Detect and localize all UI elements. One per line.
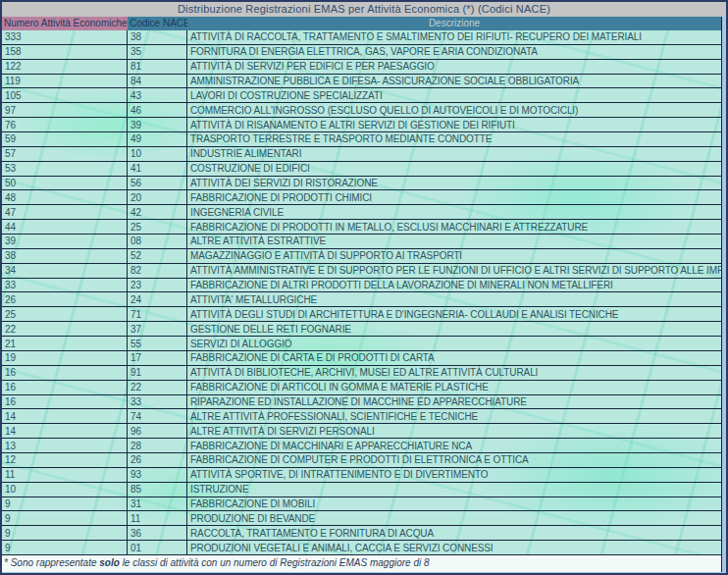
- nace-code-cell: 49: [128, 132, 187, 146]
- table-row: 5341COSTRUZIONE DI EDIFICI: [2, 162, 721, 177]
- description-cell: INGEGNERIA CIVILE: [187, 205, 721, 219]
- table-row: 3482ATTIVITÀ AMMINISTRATIVE E DI SUPPORT…: [2, 264, 721, 279]
- nace-code-cell: 74: [128, 409, 187, 423]
- description-cell: TRASPORTO TERRESTRE E TRASPORTO MEDIANTE…: [187, 132, 721, 146]
- table-row: 1226FABBRICAZIONE DI COMPUTER E PRODOTTI…: [2, 453, 721, 468]
- row-count-cell: 14: [2, 409, 128, 423]
- row-count-cell: 16: [2, 366, 128, 380]
- row-count-cell: 26: [2, 292, 128, 306]
- row-count-cell: 39: [2, 235, 128, 248]
- table-row: 1633RIPARAZIONE ED INSTALLAZIONE DI MACC…: [2, 395, 721, 410]
- description-cell: GESTIONE DELLE RETI FOGNARIE: [187, 322, 721, 336]
- row-count-cell: 119: [2, 75, 128, 88]
- description-cell: ISTRUZIONE: [187, 483, 721, 497]
- nace-code-cell: 37: [128, 322, 187, 336]
- row-count-cell: 122: [2, 60, 128, 74]
- nace-code-cell: 82: [128, 264, 187, 278]
- table-row: 1622FABBRICAZIONE DI ARTICOLI IN GOMMA E…: [2, 381, 721, 395]
- row-count-cell: 158: [2, 45, 128, 59]
- nace-table: Numero Attività Economiche Codice NACE D…: [2, 17, 722, 572]
- row-count-cell: 19: [2, 351, 128, 365]
- nace-code-cell: 91: [128, 366, 187, 380]
- description-cell: PRODUZIONE DI BEVANDE: [187, 511, 721, 525]
- table-header-row: Numero Attività Economiche Codice NACE D…: [2, 17, 721, 30]
- description-cell: ALTRE ATTIVITÀ ESTRATTIVE: [187, 235, 721, 248]
- description-cell: FABBRICAZIONE DI PRODOTTI IN METALLO, ES…: [187, 220, 721, 234]
- table-row: 1474ALTRE ATTIVITÀ PROFESSIONALI, SCIENT…: [2, 409, 721, 424]
- table-row: 12281ATTIVITÀ DI SERVIZI PER EDIFICI E P…: [2, 60, 721, 75]
- table-row: 5056ATTIVITÀ DEI SERVIZI DI RISTORAZIONE: [2, 177, 721, 191]
- nace-code-cell: 20: [128, 190, 187, 204]
- nace-code-cell: 55: [128, 337, 187, 350]
- table-row: 2155SERVIZI DI ALLOGGIO: [2, 337, 721, 351]
- page-title: Distribuzione Registrazioni EMAS per Att…: [2, 2, 726, 17]
- table-row: 10543LAVORI DI COSTRUZIONE SPECIALIZZATI: [2, 88, 721, 103]
- description-cell: COSTRUZIONE DI EDIFICI: [187, 162, 721, 176]
- table-row: 33338ATTIVITÀ DI RACCOLTA, TRATTAMENTO E…: [2, 30, 721, 45]
- table-row: 15835FORNITURA DI ENERGIA ELETTRICA, GAS…: [2, 45, 721, 60]
- footnote-suffix: le classi di attività con un numero di R…: [120, 557, 430, 568]
- row-count-cell: 13: [2, 439, 128, 452]
- description-cell: FABBRICAZIONE DI ARTICOLI IN GOMMA E MAT…: [187, 381, 721, 394]
- nace-code-cell: 25: [128, 220, 187, 234]
- table-row: 1496ALTRE ATTIVITÀ DI SERVIZI PERSONALI: [2, 424, 721, 439]
- table-row: 1193ATTIVITÀ SPORTIVE, DI INTRATTENIMENT…: [2, 468, 721, 483]
- description-cell: ATTIVITA' METALLURGICHE: [187, 292, 721, 306]
- description-cell: ATTIVITÀ DI RISANAMENTO E ALTRI SERVIZI …: [187, 118, 721, 131]
- row-count-cell: 48: [2, 190, 128, 204]
- nace-code-cell: 93: [128, 468, 187, 482]
- table-row: 931FABBRICAZIONE DI MOBILI: [2, 497, 721, 512]
- nace-code-cell: 26: [128, 453, 187, 467]
- description-cell: ATTIVITÀ DEGLI STUDI DI ARCHITETTURA E D…: [187, 307, 721, 321]
- description-cell: FORNITURA DI ENERGIA ELETTRICA, GAS, VAP…: [187, 45, 721, 59]
- description-cell: FABBRICAZIONE DI ALTRI PRODOTTI DELLA LA…: [187, 279, 721, 292]
- row-count-cell: 16: [2, 395, 128, 409]
- nace-code-cell: 43: [128, 88, 187, 102]
- table-row: 1328FABBRICAZIONE DI MACCHINARI E APPARE…: [2, 439, 721, 453]
- description-cell: ATTIVITÀ AMMINISTRATIVE E DI SUPPORTO PE…: [187, 264, 721, 278]
- table-row: 4820FABBRICAZIONE DI PRODOTTI CHIMICI: [2, 190, 721, 205]
- table-row: 3852MAGAZZINAGGIO E ATTIVITÀ DI SUPPORTO…: [2, 249, 721, 264]
- table-row: 2571ATTIVITÀ DEGLI STUDI DI ARCHITETTURA…: [2, 307, 721, 322]
- description-cell: PRODUZIONI VEGETALI E ANIMALI, CACCIA E …: [187, 541, 721, 554]
- nace-code-cell: 42: [128, 205, 187, 219]
- description-cell: COMMERCIO ALL'INGROSSO (ESCLUSO QUELLO D…: [187, 103, 721, 117]
- table-row: 2624ATTIVITA' METALLURGICHE: [2, 292, 721, 307]
- row-count-cell: 44: [2, 220, 128, 234]
- description-cell: FABBRICAZIONE DI MOBILI: [187, 497, 721, 511]
- table-row: 936RACCOLTA, TRATTAMENTO E FORNITURA DI …: [2, 526, 721, 541]
- table-row: 7639ATTIVITÀ DI RISANAMENTO E ALTRI SERV…: [2, 118, 721, 132]
- nace-code-cell: 46: [128, 103, 187, 117]
- table-body: 33338ATTIVITÀ DI RACCOLTA, TRATTAMENTO E…: [2, 30, 721, 555]
- nace-code-cell: 41: [128, 162, 187, 176]
- footnote-prefix: * Sono rappresentate: [4, 557, 99, 568]
- row-count-cell: 38: [2, 249, 128, 263]
- nace-code-cell: 24: [128, 292, 187, 306]
- table-row: 2237GESTIONE DELLE RETI FOGNARIE: [2, 322, 721, 337]
- emas-distribution-window: Distribuzione Registrazioni EMAS per Att…: [0, 0, 728, 575]
- nace-code-cell: 10: [128, 147, 187, 161]
- row-count-cell: 9: [2, 541, 128, 554]
- table-row: 9746COMMERCIO ALL'INGROSSO (ESCLUSO QUEL…: [2, 103, 721, 118]
- row-count-cell: 21: [2, 337, 128, 350]
- description-cell: MAGAZZINAGGIO E ATTIVITÀ DI SUPPORTO AI …: [187, 249, 721, 263]
- footnote-emphasis: solo: [99, 557, 120, 568]
- row-count-cell: 25: [2, 307, 128, 321]
- nace-code-cell: 08: [128, 235, 187, 248]
- row-count-cell: 14: [2, 424, 128, 438]
- description-cell: LAVORI DI COSTRUZIONE SPECIALIZZATI: [187, 88, 721, 102]
- row-count-cell: 9: [2, 526, 128, 540]
- nace-code-cell: 71: [128, 307, 187, 321]
- row-count-cell: 76: [2, 118, 128, 131]
- table-row: 4425FABBRICAZIONE DI PRODOTTI IN METALLO…: [2, 220, 721, 235]
- nace-code-cell: 81: [128, 60, 187, 74]
- column-header-codice-nace: Codice NACE: [128, 17, 187, 30]
- row-count-cell: 59: [2, 132, 128, 146]
- row-count-cell: 97: [2, 103, 128, 117]
- description-cell: ALTRE ATTIVITÀ PROFESSIONALI, SCIENTIFIC…: [187, 409, 721, 423]
- description-cell: FABBRICAZIONE DI MACCHINARI E APPARECCHI…: [187, 439, 721, 452]
- nace-code-cell: 39: [128, 118, 187, 131]
- row-count-cell: 11: [2, 468, 128, 482]
- table-row: 901PRODUZIONI VEGETALI E ANIMALI, CACCIA…: [2, 541, 721, 555]
- nace-code-cell: 52: [128, 249, 187, 263]
